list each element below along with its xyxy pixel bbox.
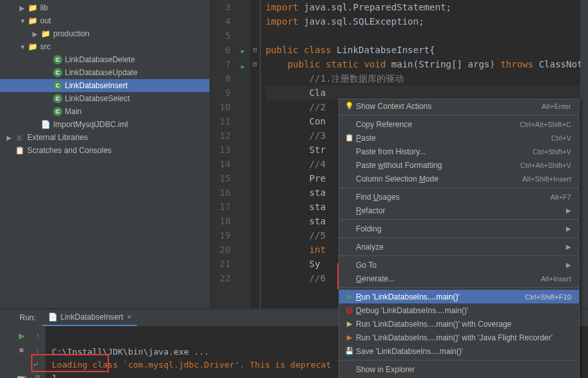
- folder-icon: 📁: [40, 29, 51, 39]
- menu-item-label: Debug 'LinkDatabseIns....main()': [356, 306, 571, 315]
- expand-arrow-icon[interactable]: ▶: [6, 134, 14, 141]
- menu-item-folding[interactable]: Folding▶: [339, 222, 579, 235]
- menu-item-label: Show in Explorer: [356, 365, 571, 374]
- menu-item-label: Run 'LinkDatabseIns....main()': [356, 292, 525, 301]
- menu-item-label: Paste from History...: [356, 147, 533, 156]
- menu-shortcut: Ctrl+Alt+Shift+V: [520, 161, 571, 169]
- menu-shortcut: Alt+Shift+Insert: [523, 175, 571, 183]
- help-icon[interactable]: ?: [583, 152, 588, 162]
- class-icon: C: [53, 94, 62, 103]
- print-icon[interactable]: 🖶: [34, 374, 41, 378]
- menu-shortcut: Ctrl+Shift+F10: [525, 293, 571, 301]
- tree-item-label: production: [53, 29, 89, 38]
- menu-item-find-usages[interactable]: Find UsagesAlt+F7: [339, 190, 579, 204]
- menu-shortcut: Alt+Enter: [541, 102, 571, 110]
- menu-item-icon: 📋: [343, 134, 356, 142]
- expand-arrow-icon[interactable]: ▼: [19, 43, 27, 51]
- context-menu[interactable]: 💡Show Context ActionsAlt+EnterCopy Refer…: [338, 99, 580, 378]
- tree-item-label: ImportMysqlJDBC.iml: [53, 120, 128, 129]
- run-config-icon: 📄: [47, 312, 58, 322]
- expand-arrow-icon[interactable]: ▼: [19, 18, 27, 25]
- class-icon: C: [53, 81, 62, 90]
- tree-item-external-libraries[interactable]: ▶⫼External Libraries: [0, 131, 209, 144]
- menu-item-icon: 🐞: [343, 306, 356, 314]
- menu-item-label: Find Usages: [356, 193, 550, 202]
- camera-icon[interactable]: 📷: [17, 374, 27, 378]
- structure-tool-stripe[interactable]: [0, 309, 13, 378]
- menu-item-show-in-explorer[interactable]: Show in Explorer: [339, 362, 579, 376]
- tree-item-linkdatabseselect[interactable]: CLinkDatabseSelect: [0, 92, 209, 105]
- tree-item-label: LinkDatabaseUpdate: [65, 68, 137, 77]
- menu-item-copy-reference[interactable]: Copy ReferenceCtrl+Alt+Shift+C: [339, 117, 579, 131]
- run-label: Run:: [13, 313, 42, 322]
- run-gutter-icon[interactable]: ▶: [241, 63, 245, 70]
- file-icon: 📄: [40, 119, 51, 130]
- menu-item-label: Column Selection Mode: [356, 174, 523, 183]
- down-icon[interactable]: ↓: [36, 346, 40, 355]
- menu-item-show-context-actions[interactable]: 💡Show Context ActionsAlt+Enter: [339, 99, 579, 113]
- tree-item-importmysqljdbc-iml[interactable]: 📄ImportMysqlJDBC.iml: [0, 118, 209, 131]
- menu-item-label: Refactor: [356, 206, 566, 215]
- menu-item-icon: ▶: [343, 320, 356, 328]
- tree-item-linkdatabseinsert[interactable]: CLinkDatabseInsert: [0, 79, 209, 92]
- expand-arrow-icon[interactable]: ▶: [19, 5, 27, 12]
- menu-separator: [339, 115, 579, 115]
- menu-item-label: Folding: [356, 224, 566, 233]
- tree-item-linkdatabaseupdate[interactable]: CLinkDatabaseUpdate: [0, 66, 209, 79]
- tree-item-scratches-and-consoles[interactable]: 📋Scratches and Consoles: [0, 144, 209, 157]
- run-toolbar: ▶↑ ■↓ ⤶ 📷🖶: [13, 326, 45, 378]
- run-tab[interactable]: 📄 LinkDatabseInsert ×: [42, 309, 137, 326]
- menu-item-debug--linkdatabseins----[interactable]: 🐞Debug 'LinkDatabseIns....main()': [339, 303, 579, 317]
- tree-item-out[interactable]: ▼📁out: [0, 14, 209, 27]
- menu-item-label: Save 'LinkDatabseIns....main()': [356, 347, 571, 356]
- submenu-arrow-icon: ▶: [566, 225, 571, 232]
- menu-item-column-selection-mode[interactable]: Column Selection ModeAlt+Shift+Insert: [339, 172, 579, 185]
- source-folder-icon: 📁: [27, 41, 38, 52]
- expand-arrow-icon[interactable]: ▶: [32, 30, 40, 38]
- tree-item-label: LinkDatabaseDelete: [65, 55, 135, 64]
- menu-item-label: Copy Reference: [356, 120, 520, 129]
- rerun-icon[interactable]: ▶: [19, 331, 25, 340]
- menu-item-icon: 💾: [343, 347, 356, 355]
- menu-shortcut: Alt+Insert: [541, 275, 571, 283]
- menu-item-save--linkdatabseins----m[interactable]: 💾Save 'LinkDatabseIns....main()': [339, 344, 579, 358]
- class-icon: C: [53, 68, 62, 77]
- menu-item-paste-without-formatting[interactable]: Paste without FormattingCtrl+Alt+Shift+V: [339, 158, 579, 172]
- menu-shortcut: Ctrl+Shift+V: [533, 148, 571, 156]
- tree-item-production[interactable]: ▶📁production: [0, 27, 209, 40]
- tree-item-src[interactable]: ▼📁src: [0, 40, 209, 53]
- tree-item-linkdatabasedelete[interactable]: CLinkDatabaseDelete: [0, 53, 209, 66]
- menu-separator: [339, 219, 579, 220]
- menu-item-run--linkdatabseins----ma[interactable]: ▶Run 'LinkDatabseIns....main()' with 'Ja…: [339, 331, 579, 344]
- wrap-icon[interactable]: ⤶: [32, 360, 39, 369]
- tree-item-label: src: [40, 42, 51, 51]
- tree-item-main[interactable]: CMain: [0, 105, 209, 118]
- menu-shortcut: Ctrl+Alt+Shift+C: [520, 121, 571, 128]
- run-gutter-icon[interactable]: ▶: [241, 47, 245, 54]
- up-icon[interactable]: ↑: [36, 331, 40, 340]
- menu-shortcut: Ctrl+V: [551, 134, 571, 142]
- menu-item-label: Generate...: [356, 274, 541, 283]
- tree-item-lib[interactable]: ▶📁lib: [0, 1, 209, 14]
- menu-separator: [339, 187, 579, 188]
- stop-icon[interactable]: ■: [19, 346, 23, 355]
- menu-item-go-to[interactable]: Go To▶: [339, 258, 579, 272]
- tree-item-label: Scratches and Consoles: [27, 146, 112, 155]
- tree-item-label: LinkDatabseInsert: [65, 81, 128, 90]
- menu-item-run--linkdatabseins----ma[interactable]: ▶Run 'LinkDatabseIns....main()' with Cov…: [339, 317, 579, 331]
- menu-separator: [339, 287, 579, 288]
- menu-item-paste-from-history---[interactable]: Paste from History...Ctrl+Shift+V: [339, 145, 579, 158]
- menu-item-run--linkdatabseins----ma[interactable]: ▶Run 'LinkDatabseIns....main()'Ctrl+Shif…: [339, 290, 579, 303]
- menu-item-refactor[interactable]: Refactor▶: [339, 204, 579, 217]
- submenu-arrow-icon: ▶: [566, 243, 571, 250]
- menu-item-label: Paste: [356, 134, 551, 143]
- scratch-icon: 📋: [14, 145, 25, 156]
- menu-item-label: Run 'LinkDatabseIns....main()' with Cove…: [356, 320, 571, 329]
- class-icon: C: [53, 107, 62, 116]
- menu-item-analyze[interactable]: Analyze▶: [339, 240, 579, 254]
- menu-item-paste[interactable]: 📋PasteCtrl+V: [339, 131, 579, 145]
- close-icon[interactable]: ×: [127, 313, 132, 322]
- menu-item-icon: ▶: [343, 333, 356, 342]
- folder-icon: 📁: [27, 16, 38, 26]
- menu-item-generate---[interactable]: Generate...Alt+Insert: [339, 272, 579, 285]
